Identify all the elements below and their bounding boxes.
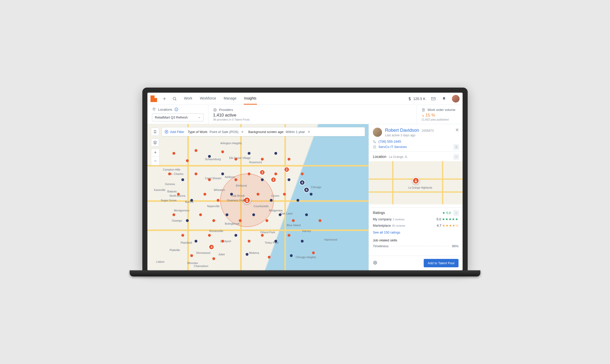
add-to-talent-pool-button[interactable]: Add to Talent Pool <box>424 259 459 267</box>
plus-icon[interactable] <box>162 96 167 102</box>
map-pin[interactable] <box>195 240 197 242</box>
map-pin[interactable] <box>212 219 215 222</box>
map-pin[interactable] <box>261 178 264 181</box>
map-pin[interactable] <box>312 251 315 254</box>
map-pin[interactable] <box>261 234 264 237</box>
map-pin[interactable] <box>252 213 255 216</box>
map-pin[interactable] <box>301 240 304 242</box>
mini-map[interactable]: La Grange Highlands <box>369 161 463 204</box>
add-filter-button[interactable]: Add Filter <box>164 130 184 134</box>
map-pin[interactable] <box>208 234 211 237</box>
bell-icon[interactable] <box>441 96 447 102</box>
map-pin[interactable] <box>181 234 184 237</box>
app-logo[interactable] <box>150 95 157 102</box>
map-pin[interactable] <box>195 172 197 175</box>
map-pin[interactable] <box>221 240 224 242</box>
bookmark-icon[interactable] <box>151 128 159 136</box>
phone-link[interactable]: (708) 555-1845 <box>373 140 459 143</box>
map-cluster[interactable]: 2 <box>260 170 265 175</box>
map-pin[interactable] <box>190 199 193 202</box>
map-pin[interactable] <box>208 178 211 181</box>
map-pin[interactable] <box>292 219 295 222</box>
map-pin[interactable] <box>248 152 251 155</box>
map-pin[interactable] <box>296 199 299 202</box>
map-pin[interactable] <box>235 234 237 237</box>
map-pin[interactable] <box>248 172 251 175</box>
map-pin[interactable] <box>274 240 277 242</box>
chevron-up-icon[interactable] <box>453 154 459 160</box>
zoom-out-button[interactable]: − <box>151 157 159 165</box>
see-all-ratings-link[interactable]: See all 150 ratings <box>373 230 459 234</box>
map-pin[interactable] <box>301 172 304 175</box>
map-pin[interactable] <box>186 159 189 162</box>
map-pin[interactable] <box>261 158 264 161</box>
map-pin[interactable] <box>246 253 248 256</box>
map-cluster[interactable]: 4 <box>299 180 305 185</box>
location-select[interactable]: RetailMart Q3 Refresh <box>152 113 204 121</box>
map-pin[interactable] <box>310 193 312 196</box>
map-pin[interactable] <box>173 152 175 155</box>
map-pin[interactable] <box>173 213 175 216</box>
map-pin[interactable] <box>226 213 228 216</box>
chevron-up-icon[interactable] <box>453 210 459 216</box>
filter-chip-type[interactable]: Type of Work: Point of Sale (POS) ✕ <box>188 130 245 134</box>
balance-display[interactable]: 120.5 K <box>408 97 425 101</box>
map-pin[interactable] <box>305 213 308 216</box>
map-pin[interactable] <box>208 155 211 158</box>
map-pin[interactable] <box>221 172 224 175</box>
map-pin[interactable] <box>287 178 290 181</box>
map-pin[interactable] <box>230 193 233 196</box>
map-pin[interactable] <box>290 254 293 257</box>
map-pin[interactable] <box>248 240 251 242</box>
map-pin[interactable] <box>287 158 290 161</box>
tab-insights[interactable]: Insights <box>244 93 257 105</box>
map-pin[interactable] <box>287 234 290 237</box>
gear-icon[interactable] <box>373 260 377 266</box>
mail-icon[interactable] <box>431 96 436 102</box>
map-pin[interactable] <box>283 193 286 196</box>
layers-icon[interactable] <box>151 138 159 146</box>
map-pin[interactable] <box>204 193 206 196</box>
map-pin[interactable] <box>212 257 215 260</box>
map-pin[interactable] <box>318 219 321 222</box>
map-pin[interactable] <box>239 219 242 222</box>
map-pin[interactable] <box>257 193 260 196</box>
close-icon[interactable]: ✕ <box>455 127 459 133</box>
map-cluster[interactable]: 3 <box>271 177 276 183</box>
close-icon[interactable]: ✕ <box>240 130 245 134</box>
map-area[interactable]: Add Filter Type of Work: Point of Sale (… <box>147 124 369 270</box>
map-pin[interactable] <box>268 256 270 259</box>
map-pin[interactable] <box>274 172 277 175</box>
tab-manage[interactable]: Manage <box>223 93 237 105</box>
map-pin[interactable] <box>195 149 197 152</box>
tab-work[interactable]: Work <box>184 93 193 105</box>
map-cluster[interactable]: 4 <box>209 244 214 250</box>
map-pin[interactable] <box>274 152 277 155</box>
map-pin[interactable] <box>181 178 184 181</box>
map-pin[interactable] <box>279 213 282 216</box>
company-link[interactable]: ServCo IT Services <box>373 145 459 149</box>
filter-chip-bg[interactable]: Background screen age: Within 1 year ✕ <box>248 130 311 134</box>
map-cluster[interactable]: 6 <box>304 187 309 193</box>
zoom-in-button[interactable]: + <box>151 149 159 157</box>
map-pin[interactable] <box>265 219 268 222</box>
search-icon[interactable] <box>172 96 177 102</box>
map-pin[interactable] <box>168 172 171 175</box>
provider-name[interactable]: Robert Davidson <box>385 128 419 133</box>
map-pin[interactable] <box>199 213 202 216</box>
info-icon[interactable] <box>174 107 178 111</box>
tab-workforce[interactable]: Workforce <box>199 93 217 105</box>
close-icon[interactable]: ✕ <box>307 130 311 134</box>
map-pin[interactable] <box>235 158 237 161</box>
map-pin[interactable] <box>235 178 237 181</box>
expand-toggle[interactable] <box>453 144 459 150</box>
map-pin[interactable] <box>243 199 246 202</box>
map-pin[interactable] <box>177 193 180 196</box>
map-cluster[interactable]: 2 <box>284 167 289 172</box>
provider-avatar[interactable] <box>373 128 382 137</box>
map-pin[interactable] <box>217 199 220 202</box>
user-avatar[interactable] <box>452 95 460 103</box>
map-pin[interactable] <box>186 219 189 222</box>
map-pin[interactable] <box>221 151 224 153</box>
map-pin[interactable] <box>270 199 273 202</box>
